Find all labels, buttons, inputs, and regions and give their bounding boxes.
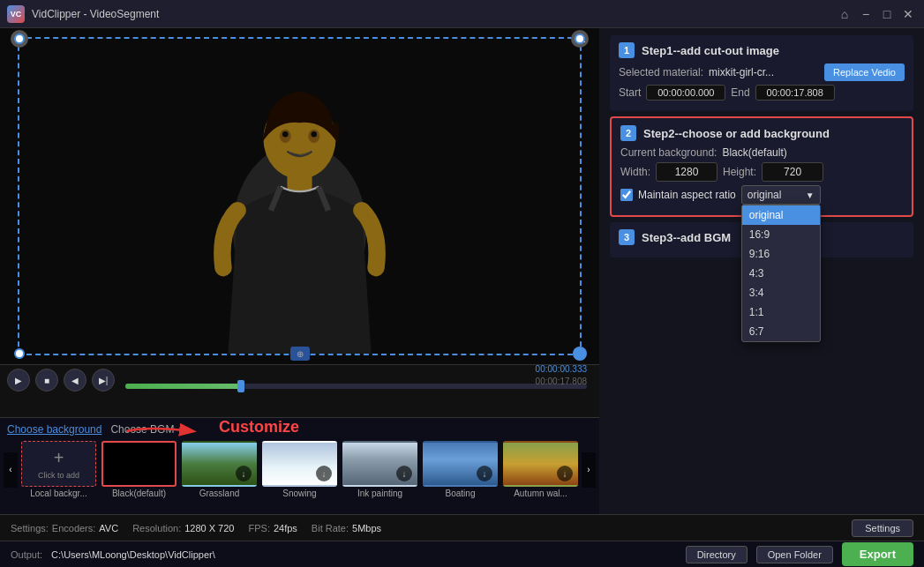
home-btn[interactable]: ⌂ <box>836 5 853 23</box>
directory-button[interactable]: Directory <box>686 546 747 563</box>
bg-item-inkpainting[interactable]: ↓ Ink painting <box>342 441 417 498</box>
step2-header: 2 Step2--choose or add background <box>620 125 903 141</box>
play-btn[interactable]: ▶ <box>7 369 30 392</box>
current-bg-value: Black(default) <box>722 146 786 159</box>
step2-section: 2 Step2--choose or add background Curren… <box>610 116 913 217</box>
titlebar: VC VidClipper - VideoSegment ⌂ − □ ✕ <box>0 0 924 28</box>
encoders-value: AVC <box>99 523 118 533</box>
step1-num: 1 <box>619 42 635 58</box>
encoders-status: Settings: Encoders: AVC <box>11 523 118 533</box>
height-input[interactable] <box>762 162 823 182</box>
resize-handle-br-circle[interactable] <box>573 347 587 361</box>
bg-thumb-black[interactable] <box>101 441 177 487</box>
dropdown-option-original[interactable]: original <box>742 205 820 225</box>
aspect-dropdown: original ▼ original 16:9 9:16 4:3 3:4 1:… <box>741 185 821 205</box>
bg-item-label-black: Black(default) <box>112 489 166 498</box>
aspect-dropdown-list: original 16:9 9:16 4:3 3:4 1:1 6:7 <box>741 205 821 342</box>
open-folder-button[interactable]: Open Folder <box>756 546 833 563</box>
bg-thumb-add[interactable]: + Click to add <box>21 441 96 487</box>
dropdown-option-1-1[interactable]: 1:1 <box>742 302 820 322</box>
outputbar: Output: C:\Users\MLoong\Desktop\VidClipp… <box>0 541 924 567</box>
prev-frame-btn[interactable]: ◀ <box>64 369 86 392</box>
red-arrow <box>122 422 201 441</box>
aspect-dropdown-btn[interactable]: original ▼ <box>741 185 821 205</box>
customize-label: Customize <box>219 418 299 436</box>
bg-items-container: ‹ + Click to add Local backgr... <box>7 441 592 498</box>
export-button[interactable]: Export <box>842 542 913 566</box>
stop-btn[interactable]: ■ <box>35 369 58 392</box>
material-label: Selected material: <box>619 66 703 78</box>
bg-item-label-snowing: Snowing <box>282 489 316 498</box>
bg-item-label-grassland: Grassland <box>199 489 240 498</box>
step1-title: Step1--add cut-out image <box>642 44 779 57</box>
replace-video-btn[interactable]: Replace Vedio <box>824 63 905 81</box>
step1-section: 1 Step1--add cut-out image Selected mate… <box>610 35 913 111</box>
settings-button[interactable]: Settings <box>852 519 913 537</box>
choose-background-link[interactable]: Choose background <box>7 423 101 436</box>
bg-item-snowing[interactable]: ↓ Snowing <box>262 441 337 498</box>
download-icon-boating[interactable]: ↓ <box>477 466 492 481</box>
bg-item-autumnwalk[interactable]: ↓ Autumn wal... <box>503 441 578 498</box>
download-icon-grassland[interactable]: ↓ <box>236 466 252 481</box>
download-icon-autumnwalk[interactable]: ↓ <box>557 466 573 481</box>
minimize-btn[interactable]: − <box>857 5 875 23</box>
bitrate-label: Bit Rate: <box>312 523 349 533</box>
maintain-aspect-checkbox[interactable] <box>620 189 633 201</box>
bg-thumb-autumnwalk[interactable]: ↓ <box>503 441 578 487</box>
end-time-input[interactable] <box>755 85 835 101</box>
dropdown-option-9-16[interactable]: 9:16 <box>742 244 820 264</box>
download-icon-snowing[interactable]: ↓ <box>316 466 332 481</box>
bg-item-boating[interactable]: ↓ Boating <box>423 441 498 498</box>
step2-bg-row: Current background: Black(default) <box>620 146 903 159</box>
track-thumb[interactable] <box>237 380 244 392</box>
video-content <box>19 39 580 354</box>
app-title: VidClipper - VideoSegment <box>32 8 829 20</box>
person-svg <box>19 39 580 354</box>
resolution-label: Resolution: <box>132 523 181 533</box>
track-progress <box>125 384 241 389</box>
video-section: ✕ +1 <box>0 28 599 514</box>
bg-thumb-boating[interactable]: ↓ <box>423 441 498 487</box>
end-label: End <box>731 86 749 99</box>
svg-point-7 <box>311 131 316 137</box>
dropdown-option-6-7[interactable]: 6:7 <box>742 322 820 341</box>
move-handle[interactable]: ⊕ <box>290 347 310 361</box>
start-time-input[interactable] <box>646 85 725 101</box>
download-icon-inkpainting[interactable]: ↓ <box>396 466 412 481</box>
bg-thumb-inkpainting[interactable]: ↓ <box>342 441 417 487</box>
bg-item-black[interactable]: Black(default) <box>101 441 177 498</box>
bg-nav-left[interactable]: ‹ <box>4 452 18 488</box>
bg-item-label-add: Local backgr... <box>30 489 86 498</box>
bg-nav-right[interactable]: › <box>582 452 596 488</box>
fps-value: 24fps <box>274 523 297 533</box>
width-input[interactable] <box>656 162 717 182</box>
dropdown-selected-value: original <box>747 189 782 201</box>
dropdown-arrow-icon: ▼ <box>806 190 815 200</box>
width-label: Width: <box>620 166 650 178</box>
step1-header: 1 Step1--add cut-out image <box>619 42 905 58</box>
step2-dim-row: Width: Height: <box>620 162 903 182</box>
video-frame: ✕ +1 <box>18 37 582 355</box>
dropdown-option-16-9[interactable]: 16:9 <box>742 225 820 244</box>
dropdown-option-3-4[interactable]: 3:4 <box>742 283 820 302</box>
statusbar: Settings: Encoders: AVC Resolution: 1280… <box>0 514 924 541</box>
step2-title: Step2--choose or add background <box>643 127 830 140</box>
start-label: Start <box>619 86 641 99</box>
close-btn[interactable]: ✕ <box>899 5 917 23</box>
next-frame-btn[interactable]: ▶| <box>92 369 115 392</box>
bg-thumb-grassland[interactable]: ↓ <box>182 441 257 487</box>
right-panel: 1 Step1--add cut-out image Selected mate… <box>599 28 924 514</box>
maintain-aspect-label: Maintain aspect ratio <box>638 189 736 201</box>
bg-item-grassland[interactable]: ↓ Grassland <box>182 441 257 498</box>
bg-item-label-boating: Boating <box>446 489 476 498</box>
step3-num: 3 <box>619 229 635 245</box>
maximize-btn[interactable]: □ <box>878 5 896 23</box>
resolution-value: 1280 X 720 <box>184 523 234 533</box>
bg-item-add[interactable]: + Click to add Local backgr... <box>21 441 96 498</box>
dropdown-option-4-3[interactable]: 4:3 <box>742 264 820 283</box>
total-time: 00:00:17.808 <box>536 377 587 386</box>
timeline-controls: ▶ ■ ◀ ▶| 00:00:00.333 00:00:17.808 <box>7 369 592 392</box>
bg-thumb-snowing[interactable]: ↓ <box>262 441 337 487</box>
svg-point-6 <box>282 131 288 137</box>
bg-item-label-inkpainting: Ink painting <box>357 489 402 498</box>
